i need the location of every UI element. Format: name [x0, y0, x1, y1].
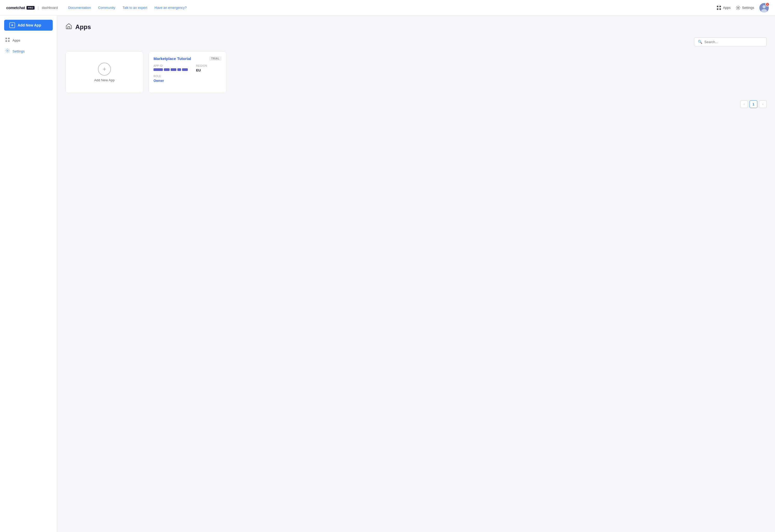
brand-subtitle: dashboard — [42, 6, 58, 10]
next-arrow-icon: › — [762, 102, 763, 106]
svg-rect-1 — [719, 6, 721, 7]
settings-gear-icon — [736, 5, 740, 10]
user-avatar[interactable]: 1 — [759, 3, 769, 12]
nav-right: Apps Settings 1 — [717, 3, 769, 12]
svg-point-12 — [7, 50, 8, 51]
settings-icon — [5, 48, 10, 54]
search-input[interactable] — [704, 40, 763, 44]
nav-apps-label: Apps — [723, 6, 731, 10]
svg-rect-8 — [5, 38, 7, 39]
app-id-block-4 — [177, 68, 181, 71]
app-id-block-2 — [164, 68, 170, 71]
svg-rect-3 — [719, 8, 721, 10]
nav-link-emergency[interactable]: Have an emergency? — [154, 6, 187, 10]
logo-divider: | — [38, 6, 39, 10]
region-value: EU — [196, 68, 207, 72]
svg-rect-11 — [8, 40, 10, 42]
main-layout: + Add New App Apps Settings — [0, 16, 775, 532]
page-title: Apps — [75, 23, 91, 31]
role-field: Role Owner — [153, 75, 221, 83]
search-area: 🔍 — [65, 37, 767, 46]
pagination-next-button[interactable]: › — [759, 100, 767, 108]
logo: cometchat PRO | dashboard — [6, 5, 58, 10]
notification-badge: 1 — [765, 2, 770, 6]
add-new-app-card[interactable]: + Add New App — [65, 51, 143, 93]
search-container: 🔍 — [694, 37, 767, 46]
svg-rect-0 — [717, 6, 718, 7]
sidebar-settings-label: Settings — [12, 49, 25, 53]
nav-settings-label: Settings — [742, 6, 754, 10]
nav-apps-button[interactable]: Apps — [717, 5, 731, 10]
search-icon: 🔍 — [698, 40, 702, 44]
app-id-block-1 — [153, 68, 163, 71]
app-id-blocks — [153, 68, 188, 71]
nav-settings-button[interactable]: Settings — [736, 5, 754, 10]
pagination: ‹ 1 › — [65, 100, 767, 108]
app-id-block-5 — [182, 68, 188, 71]
pagination-prev-button[interactable]: ‹ — [740, 100, 748, 108]
svg-point-4 — [738, 7, 739, 8]
main-content: Apps 🔍 + Add New App Marketplace Tutoria… — [57, 16, 775, 532]
nav-link-talk-to-expert[interactable]: Talk to an expert — [123, 6, 147, 10]
apps-grid: + Add New App Marketplace Tutorial TRIAL… — [65, 51, 767, 93]
add-app-plus-circle: + — [98, 63, 111, 76]
trial-badge: TRIAL — [209, 56, 221, 61]
app-name: Marketplace Tutorial — [153, 56, 191, 61]
sidebar-item-apps[interactable]: Apps — [0, 35, 57, 46]
prev-arrow-icon: ‹ — [744, 102, 745, 106]
role-label: Role — [153, 75, 221, 78]
svg-rect-9 — [8, 38, 10, 39]
top-navigation: cometchat PRO | dashboard Documentation … — [0, 0, 775, 16]
sidebar-apps-label: Apps — [12, 38, 20, 42]
brand-badge: PRO — [26, 6, 35, 10]
region-label: Region — [196, 64, 207, 67]
app-card-details-row: APP ID Region EU — [153, 64, 221, 75]
svg-rect-2 — [717, 8, 718, 10]
add-app-card-label: Add New App — [94, 78, 115, 82]
sidebar: + Add New App Apps Settings — [0, 16, 57, 532]
nav-link-documentation[interactable]: Documentation — [68, 6, 91, 10]
pagination-page-1-button[interactable]: 1 — [750, 100, 757, 108]
add-new-button-label: Add New App — [18, 23, 41, 27]
home-icon — [65, 23, 72, 31]
svg-point-6 — [763, 5, 766, 8]
app-card-marketplace-tutorial[interactable]: Marketplace Tutorial TRIAL APP ID — [148, 51, 226, 93]
add-new-app-button[interactable]: + Add New App — [4, 20, 53, 31]
apps-grid-icon — [717, 5, 721, 10]
apps-icon — [5, 37, 10, 43]
page-header: Apps — [65, 23, 767, 31]
nav-links: Documentation Community Talk to an exper… — [68, 6, 717, 10]
plus-icon: + — [9, 22, 15, 28]
svg-rect-10 — [5, 40, 7, 42]
role-value: Owner — [153, 79, 221, 83]
nav-link-community[interactable]: Community — [98, 6, 115, 10]
app-id-label: APP ID — [153, 64, 188, 67]
app-card-header: Marketplace Tutorial TRIAL — [153, 56, 221, 61]
app-id-field: APP ID — [153, 64, 188, 72]
app-id-block-3 — [171, 68, 176, 71]
sidebar-item-settings[interactable]: Settings — [0, 46, 57, 57]
region-field: Region EU — [196, 64, 207, 72]
brand-name: cometchat — [6, 5, 25, 10]
